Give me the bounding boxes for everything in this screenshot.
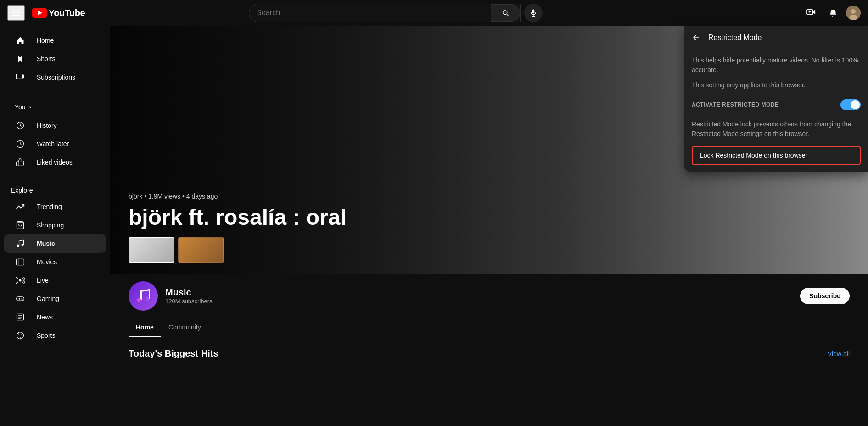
youtube-logo[interactable]: YouTube xyxy=(32,8,85,18)
search-bar xyxy=(249,4,521,22)
video-info: björk • 1.9M views • 4 days ago björk ft… xyxy=(110,182,365,274)
restricted-mode-body: This helps hide potentially mature video… xyxy=(684,48,868,172)
sidebar-divider-2 xyxy=(0,177,110,177)
sidebar-item-shorts[interactable]: Shorts xyxy=(4,50,106,68)
channel-subscribers: 120M subscribers xyxy=(165,298,793,305)
channel-name: Music xyxy=(165,287,793,298)
restricted-mode-title: Restricted Mode xyxy=(708,34,762,42)
sidebar-item-movies[interactable]: Movies xyxy=(4,253,106,271)
menu-button[interactable] xyxy=(7,5,25,21)
tab-home[interactable]: Home xyxy=(129,318,161,337)
sidebar-you-item[interactable]: You › xyxy=(4,98,106,116)
restricted-mode-desc2: This setting only applies to this browse… xyxy=(692,80,861,90)
search-button[interactable] xyxy=(491,4,520,22)
shopping-icon xyxy=(15,221,26,230)
svg-point-33 xyxy=(137,298,141,302)
svg-point-15 xyxy=(17,245,19,247)
svg-point-22 xyxy=(19,279,22,282)
mic-icon xyxy=(529,9,538,17)
activate-label: ACTIVATE RESTRICTED MODE xyxy=(692,102,779,108)
svg-point-34 xyxy=(146,297,150,301)
tab-community[interactable]: Community xyxy=(161,318,208,337)
sidebar-item-subscriptions[interactable]: Subscriptions xyxy=(4,68,106,86)
video-thumbnail-2[interactable] xyxy=(178,237,224,263)
video-thumbnail-1[interactable] xyxy=(129,237,174,263)
sidebar-divider-1 xyxy=(0,92,110,92)
news-icon xyxy=(15,312,26,322)
svg-point-9 xyxy=(849,15,857,20)
sidebar-item-music[interactable]: Music xyxy=(4,234,106,253)
sidebar-item-watch-later[interactable]: Watch later xyxy=(4,135,106,153)
notifications-button[interactable] xyxy=(824,4,842,22)
subscriptions-icon xyxy=(15,73,26,82)
sidebar-item-gaming[interactable]: Gaming xyxy=(4,290,106,308)
liked-videos-icon xyxy=(15,158,26,167)
restricted-mode-header: Restricted Mode xyxy=(684,26,868,48)
sidebar-item-shopping-label: Shopping xyxy=(37,222,64,229)
sidebar-item-home-label: Home xyxy=(37,37,54,44)
youtube-logo-icon xyxy=(32,8,47,18)
section-header: Today's Biggest Hits View all xyxy=(129,348,850,359)
sidebar-item-home[interactable]: Home xyxy=(4,31,106,50)
toggle-knob xyxy=(851,100,860,109)
sidebar: Home Shorts Subscriptions You › History xyxy=(0,26,110,426)
explore-section-title: Explore xyxy=(0,183,110,198)
sidebar-item-watch-later-label: Watch later xyxy=(37,140,69,148)
sidebar-item-live[interactable]: Live xyxy=(4,271,106,290)
music-icon xyxy=(15,239,26,248)
search-input[interactable] xyxy=(249,4,491,22)
bell-icon xyxy=(828,8,838,18)
header: YouTube xyxy=(0,0,868,26)
avatar[interactable] xyxy=(846,6,861,20)
movies-icon xyxy=(15,257,26,267)
trending-icon xyxy=(15,202,26,211)
restricted-mode-desc1: This helps hide potentially mature video… xyxy=(692,56,861,75)
svg-point-8 xyxy=(851,9,856,14)
sidebar-item-history-label: History xyxy=(37,122,57,129)
svg-marker-4 xyxy=(813,10,816,14)
subscribe-button[interactable]: Subscribe xyxy=(800,288,850,304)
back-arrow-icon xyxy=(692,33,701,42)
video-thumbnails xyxy=(129,237,347,263)
section-title: Today's Biggest Hits xyxy=(129,348,218,359)
chevron-right-icon: › xyxy=(29,104,31,110)
sidebar-you-label: You xyxy=(15,103,26,111)
restricted-mode-toggle[interactable] xyxy=(840,99,861,110)
avatar-icon xyxy=(846,6,861,20)
sidebar-item-news[interactable]: News xyxy=(4,308,106,326)
header-center xyxy=(249,4,543,22)
sidebar-item-trending[interactable]: Trending xyxy=(4,198,106,216)
live-icon xyxy=(15,276,26,285)
sidebar-item-liked-videos[interactable]: Liked videos xyxy=(4,153,106,171)
create-button[interactable] xyxy=(802,4,820,22)
sidebar-item-live-label: Live xyxy=(37,277,49,284)
video-title: björk ft. rosalía : oral xyxy=(129,205,347,230)
sidebar-item-history[interactable]: History xyxy=(4,116,106,135)
svg-rect-2 xyxy=(532,10,535,14)
channel-info: Music 120M subscribers xyxy=(165,287,793,305)
svg-point-27 xyxy=(22,299,23,300)
gaming-icon xyxy=(15,294,26,303)
activate-row: ACTIVATE RESTRICTED MODE xyxy=(692,99,861,110)
sidebar-item-subscriptions-label: Subscriptions xyxy=(37,74,75,81)
channel-avatar[interactable] xyxy=(129,281,158,311)
todays-biggest-hits-section: Today's Biggest Hits View all xyxy=(110,337,868,377)
logo-text: YouTube xyxy=(49,8,85,18)
sidebar-item-sports[interactable]: Sports xyxy=(4,326,106,345)
sidebar-item-shopping[interactable]: Shopping xyxy=(4,216,106,234)
view-all-link[interactable]: View all xyxy=(828,350,850,358)
mic-button[interactable] xyxy=(524,4,543,22)
sports-icon xyxy=(15,331,26,340)
video-meta: björk • 1.9M views • 4 days ago xyxy=(129,193,347,200)
svg-point-16 xyxy=(22,244,24,246)
sidebar-item-shorts-label: Shorts xyxy=(37,55,55,62)
search-icon xyxy=(501,9,510,17)
header-left: YouTube xyxy=(7,5,118,21)
shorts-icon xyxy=(15,54,26,63)
lock-restricted-mode-button[interactable]: Lock Restricted Mode on this browser xyxy=(692,146,861,165)
restricted-mode-panel: Restricted Mode This helps hide potentia… xyxy=(684,26,868,172)
watch-later-icon xyxy=(15,139,26,148)
svg-point-26 xyxy=(22,298,22,299)
history-icon xyxy=(15,121,26,130)
restricted-mode-back-button[interactable] xyxy=(692,33,701,42)
